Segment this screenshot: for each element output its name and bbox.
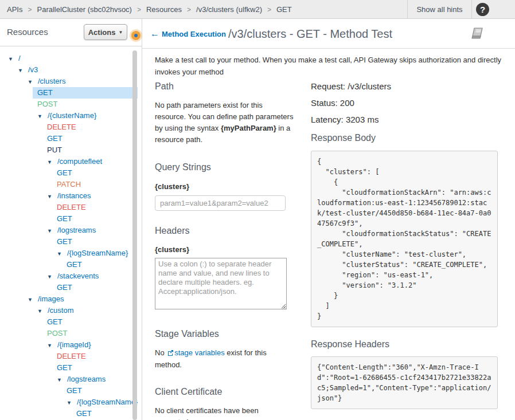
tree-resource-row[interactable]: ▼/{logStreamName} xyxy=(0,397,138,408)
method-link[interactable]: POST xyxy=(47,329,67,337)
tree-method-row[interactable]: GET xyxy=(0,236,138,248)
resources-panel: Resources Actions ▼ ▼/▼/v3▼/clustersGETP… xyxy=(0,19,142,420)
actions-button[interactable]: Actions ▼ xyxy=(84,24,127,40)
headers-textarea[interactable] xyxy=(155,258,287,309)
hint-indicator-icon[interactable] xyxy=(131,31,141,40)
breadcrumb-separator: > xyxy=(187,6,191,14)
tree-method-row[interactable]: GET xyxy=(0,87,138,99)
help-icon[interactable]: ? xyxy=(476,3,489,16)
method-link[interactable]: GET xyxy=(57,363,72,372)
method-link[interactable]: GET xyxy=(57,283,72,292)
resource-link[interactable]: /{clusterName} xyxy=(48,111,96,120)
tree-resource-row[interactable]: ▼/{logStreamName} xyxy=(0,248,138,259)
tree-resource-row[interactable]: ▼/clusters xyxy=(0,76,138,87)
tree-method-row[interactable]: DELETE xyxy=(0,202,138,213)
method-link[interactable]: GET xyxy=(57,168,72,177)
resource-link[interactable]: /logstreams xyxy=(57,226,96,234)
breadcrumb-item[interactable]: ParallelCluster (sbc02hvsoc) xyxy=(37,5,131,14)
resource-link[interactable]: /{logStreamName} xyxy=(67,249,128,257)
resources-scrollbar-thumb[interactable] xyxy=(132,50,137,420)
resource-link[interactable]: /computefleet xyxy=(57,157,102,166)
method-link[interactable]: PATCH xyxy=(57,180,81,189)
tree-method-row[interactable]: PATCH xyxy=(0,179,138,190)
status-line: Status: 200 xyxy=(311,98,498,108)
breadcrumb-item[interactable]: APIs xyxy=(7,5,22,14)
tree-resource-row[interactable]: ▼/{imageId} xyxy=(0,339,138,351)
resource-link[interactable]: /v3 xyxy=(28,65,38,74)
tree-method-row[interactable]: GET xyxy=(0,259,138,270)
tree-method-row[interactable]: PUT xyxy=(0,144,138,156)
tree-method-row[interactable]: GET xyxy=(0,362,138,374)
tree-method-row[interactable]: GET xyxy=(0,408,138,419)
tree-method-row[interactable]: GET xyxy=(0,316,138,328)
method-link[interactable]: GET xyxy=(47,134,63,143)
expand-caret-icon[interactable]: ▼ xyxy=(28,294,34,305)
method-link[interactable]: GET xyxy=(57,237,72,246)
tree-resource-row[interactable]: ▼/instances xyxy=(0,190,138,202)
stage-variables-link[interactable]: stage variables xyxy=(174,348,224,357)
expand-caret-icon[interactable]: ▼ xyxy=(47,156,53,167)
method-link[interactable]: GET xyxy=(57,214,72,223)
tree-resource-row[interactable]: ▼/logstreams xyxy=(0,374,138,385)
resource-link[interactable]: /instances xyxy=(57,191,91,200)
documentation-book-icon[interactable] xyxy=(470,28,484,40)
expand-caret-icon[interactable]: ▼ xyxy=(8,53,14,64)
method-link[interactable]: GET xyxy=(76,409,92,418)
status-value: 200 xyxy=(340,98,354,108)
expand-caret-icon[interactable]: ▼ xyxy=(57,248,63,259)
expand-caret-icon[interactable]: ▼ xyxy=(67,397,73,408)
breadcrumb-item[interactable]: /v3/clusters (ulfkw2) xyxy=(196,5,262,14)
method-link[interactable]: PUT xyxy=(47,146,62,154)
tree-resource-row[interactable]: ▼/{clusterName} xyxy=(0,110,138,121)
method-link[interactable]: DELETE xyxy=(47,123,76,131)
expand-caret-icon[interactable]: ▼ xyxy=(47,191,53,202)
breadcrumb-item[interactable]: GET xyxy=(276,5,292,14)
resource-link[interactable]: /custom xyxy=(48,306,74,315)
expand-caret-icon[interactable]: ▼ xyxy=(37,111,44,121)
tree-resource-row[interactable]: ▼/ xyxy=(0,53,138,64)
resource-link[interactable]: /stackevents xyxy=(57,272,99,280)
method-execution-label: Method Execution xyxy=(162,30,226,38)
path-heading: Path xyxy=(155,81,294,92)
breadcrumb-item[interactable]: Resources xyxy=(146,5,182,14)
tree-resource-row[interactable]: ▼/logstreams xyxy=(0,225,138,236)
method-link[interactable]: GET xyxy=(47,317,63,326)
tree-resource-row[interactable]: ▼/computefleet xyxy=(0,156,138,167)
method-link[interactable]: GET xyxy=(67,386,82,395)
tree-resource-row[interactable]: ▼/images xyxy=(0,293,138,305)
expand-caret-icon[interactable]: ▼ xyxy=(57,374,63,385)
tree-resource-row[interactable]: ▼/custom xyxy=(0,305,138,316)
resource-link[interactable]: /logstreams xyxy=(67,375,106,383)
show-all-hints-button[interactable]: Show all hints xyxy=(408,0,471,19)
query-string-input[interactable] xyxy=(155,195,286,211)
expand-caret-icon[interactable]: ▼ xyxy=(18,65,24,76)
resource-link[interactable]: /images xyxy=(38,295,64,303)
tree-method-row[interactable]: POST xyxy=(0,99,138,110)
expand-caret-icon[interactable]: ▼ xyxy=(47,340,53,351)
expand-caret-icon[interactable]: ▼ xyxy=(47,271,53,282)
tree-resource-row[interactable]: ▼/v3 xyxy=(0,64,138,76)
expand-caret-icon[interactable]: ▼ xyxy=(28,76,34,87)
resource-link[interactable]: /{logStreamName} xyxy=(77,398,138,406)
tree-method-row[interactable]: DELETE xyxy=(0,351,138,362)
resource-link[interactable]: / xyxy=(18,54,21,62)
stage-variables-heading: Stage Variables xyxy=(155,329,294,339)
method-link[interactable]: GET xyxy=(67,260,82,269)
method-link[interactable]: GET xyxy=(37,88,53,97)
resource-link[interactable]: /{imageId} xyxy=(57,340,91,349)
tree-method-row[interactable]: GET xyxy=(0,385,138,397)
tree-resource-row[interactable]: ▼/stackevents xyxy=(0,270,138,282)
resource-link[interactable]: /clusters xyxy=(38,77,65,85)
tree-method-row[interactable]: GET xyxy=(0,167,138,179)
tree-method-row[interactable]: POST xyxy=(0,328,138,339)
method-link[interactable]: POST xyxy=(37,100,57,108)
tree-method-row[interactable]: DELETE xyxy=(0,121,138,133)
method-link[interactable]: DELETE xyxy=(57,203,86,211)
method-link[interactable]: DELETE xyxy=(57,352,86,360)
tree-method-row[interactable]: GET xyxy=(0,213,138,225)
expand-caret-icon[interactable]: ▼ xyxy=(47,225,53,236)
method-execution-back-link[interactable]: ← Method Execution xyxy=(150,19,226,49)
tree-method-row[interactable]: GET xyxy=(0,133,138,144)
tree-method-row[interactable]: GET xyxy=(0,282,138,293)
expand-caret-icon[interactable]: ▼ xyxy=(37,305,44,316)
